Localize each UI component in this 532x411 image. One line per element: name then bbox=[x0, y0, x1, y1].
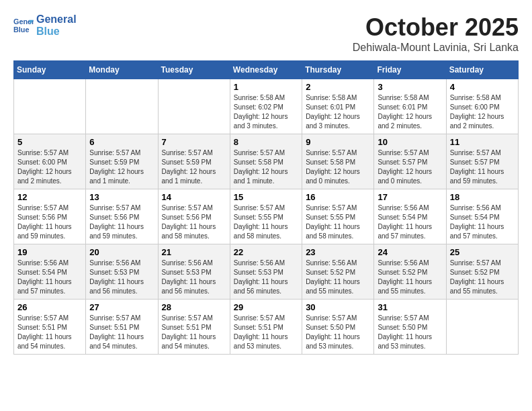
calendar-cell: 28Sunrise: 5:57 AM Sunset: 5:51 PM Dayli… bbox=[158, 300, 230, 355]
day-number: 29 bbox=[234, 302, 298, 312]
calendar-week-3: 12Sunrise: 5:57 AM Sunset: 5:56 PM Dayli… bbox=[14, 189, 519, 244]
calendar-cell: 22Sunrise: 5:56 AM Sunset: 5:53 PM Dayli… bbox=[230, 244, 302, 300]
calendar-cell: 12Sunrise: 5:57 AM Sunset: 5:56 PM Dayli… bbox=[14, 189, 86, 244]
day-number: 2 bbox=[306, 82, 370, 92]
weekday-header-row: SundayMondayTuesdayWednesdayThursdayFrid… bbox=[14, 61, 519, 79]
day-info: Sunrise: 5:57 AM Sunset: 5:55 PM Dayligh… bbox=[234, 203, 298, 241]
day-info: Sunrise: 5:57 AM Sunset: 5:56 PM Dayligh… bbox=[89, 203, 154, 241]
calendar-cell: 11Sunrise: 5:57 AM Sunset: 5:57 PM Dayli… bbox=[446, 134, 518, 189]
day-number: 19 bbox=[17, 247, 82, 257]
day-number: 27 bbox=[89, 302, 154, 312]
calendar-cell: 15Sunrise: 5:57 AM Sunset: 5:55 PM Dayli… bbox=[230, 189, 302, 244]
day-number: 20 bbox=[89, 247, 154, 257]
day-number: 6 bbox=[89, 137, 154, 147]
day-number: 1 bbox=[234, 82, 298, 92]
day-info: Sunrise: 5:57 AM Sunset: 5:59 PM Dayligh… bbox=[89, 148, 154, 186]
calendar-cell: 16Sunrise: 5:57 AM Sunset: 5:55 PM Dayli… bbox=[302, 189, 374, 244]
calendar-cell: 18Sunrise: 5:56 AM Sunset: 5:54 PM Dayli… bbox=[446, 189, 518, 244]
page-header: General Blue General Blue October 2025 D… bbox=[13, 13, 519, 54]
day-number: 17 bbox=[378, 192, 442, 202]
day-info: Sunrise: 5:57 AM Sunset: 5:56 PM Dayligh… bbox=[162, 203, 226, 241]
calendar-cell: 29Sunrise: 5:57 AM Sunset: 5:51 PM Dayli… bbox=[230, 300, 302, 355]
day-number: 11 bbox=[450, 137, 515, 147]
day-number: 12 bbox=[17, 192, 82, 202]
day-info: Sunrise: 5:57 AM Sunset: 5:51 PM Dayligh… bbox=[89, 314, 154, 351]
day-number: 31 bbox=[378, 302, 442, 312]
day-number: 8 bbox=[234, 137, 298, 147]
calendar-cell: 26Sunrise: 5:57 AM Sunset: 5:51 PM Dayli… bbox=[14, 300, 86, 355]
day-number: 5 bbox=[17, 137, 82, 147]
weekday-header-thursday: Thursday bbox=[302, 61, 374, 79]
calendar-cell: 14Sunrise: 5:57 AM Sunset: 5:56 PM Dayli… bbox=[158, 189, 230, 244]
day-info: Sunrise: 5:56 AM Sunset: 5:53 PM Dayligh… bbox=[234, 259, 298, 296]
calendar-cell: 4Sunrise: 5:58 AM Sunset: 6:00 PM Daylig… bbox=[446, 79, 518, 134]
day-number: 16 bbox=[306, 192, 370, 202]
day-number: 21 bbox=[162, 247, 226, 257]
day-info: Sunrise: 5:57 AM Sunset: 5:57 PM Dayligh… bbox=[378, 148, 442, 186]
day-info: Sunrise: 5:58 AM Sunset: 6:01 PM Dayligh… bbox=[306, 93, 370, 131]
calendar-week-5: 26Sunrise: 5:57 AM Sunset: 5:51 PM Dayli… bbox=[14, 300, 519, 355]
day-info: Sunrise: 5:57 AM Sunset: 5:58 PM Dayligh… bbox=[306, 148, 370, 186]
calendar-cell: 31Sunrise: 5:57 AM Sunset: 5:50 PM Dayli… bbox=[374, 300, 446, 355]
day-info: Sunrise: 5:58 AM Sunset: 6:00 PM Dayligh… bbox=[450, 93, 515, 131]
day-number: 25 bbox=[450, 247, 515, 257]
svg-text:Blue: Blue bbox=[13, 26, 29, 34]
day-info: Sunrise: 5:57 AM Sunset: 5:56 PM Dayligh… bbox=[17, 203, 82, 241]
day-info: Sunrise: 5:57 AM Sunset: 5:58 PM Dayligh… bbox=[234, 148, 298, 186]
weekday-header-tuesday: Tuesday bbox=[158, 61, 230, 79]
day-info: Sunrise: 5:56 AM Sunset: 5:54 PM Dayligh… bbox=[17, 259, 82, 296]
day-number: 24 bbox=[378, 247, 442, 257]
calendar-cell: 6Sunrise: 5:57 AM Sunset: 5:59 PM Daylig… bbox=[86, 134, 158, 189]
calendar-cell: 8Sunrise: 5:57 AM Sunset: 5:58 PM Daylig… bbox=[230, 134, 302, 189]
calendar-cell: 24Sunrise: 5:56 AM Sunset: 5:52 PM Dayli… bbox=[374, 244, 446, 300]
day-info: Sunrise: 5:56 AM Sunset: 5:54 PM Dayligh… bbox=[450, 203, 515, 241]
calendar-cell: 30Sunrise: 5:57 AM Sunset: 5:50 PM Dayli… bbox=[302, 300, 374, 355]
calendar-cell: 9Sunrise: 5:57 AM Sunset: 5:58 PM Daylig… bbox=[302, 134, 374, 189]
calendar-cell: 3Sunrise: 5:58 AM Sunset: 6:01 PM Daylig… bbox=[374, 79, 446, 134]
day-info: Sunrise: 5:57 AM Sunset: 5:51 PM Dayligh… bbox=[234, 314, 298, 351]
weekday-header-wednesday: Wednesday bbox=[230, 61, 302, 79]
location-title: Dehiwala-Mount Lavinia, Sri Lanka bbox=[353, 42, 519, 54]
day-info: Sunrise: 5:56 AM Sunset: 5:52 PM Dayligh… bbox=[378, 259, 442, 296]
calendar-cell: 1Sunrise: 5:58 AM Sunset: 6:02 PM Daylig… bbox=[230, 79, 302, 134]
day-info: Sunrise: 5:56 AM Sunset: 5:52 PM Dayligh… bbox=[306, 259, 370, 296]
calendar-cell: 7Sunrise: 5:57 AM Sunset: 5:59 PM Daylig… bbox=[158, 134, 230, 189]
day-info: Sunrise: 5:57 AM Sunset: 5:55 PM Dayligh… bbox=[306, 203, 370, 241]
calendar-cell: 27Sunrise: 5:57 AM Sunset: 5:51 PM Dayli… bbox=[86, 300, 158, 355]
day-number: 7 bbox=[162, 137, 226, 147]
day-number: 23 bbox=[306, 247, 370, 257]
calendar-week-2: 5Sunrise: 5:57 AM Sunset: 6:00 PM Daylig… bbox=[14, 134, 519, 189]
calendar-cell bbox=[158, 79, 230, 134]
day-number: 10 bbox=[378, 137, 442, 147]
logo-icon: General Blue bbox=[13, 15, 34, 36]
day-info: Sunrise: 5:58 AM Sunset: 6:02 PM Dayligh… bbox=[234, 93, 298, 131]
logo: General Blue General Blue bbox=[13, 13, 77, 38]
day-number: 13 bbox=[89, 192, 154, 202]
calendar-cell: 17Sunrise: 5:56 AM Sunset: 5:54 PM Dayli… bbox=[374, 189, 446, 244]
logo-line1: General bbox=[36, 13, 77, 26]
day-info: Sunrise: 5:57 AM Sunset: 5:57 PM Dayligh… bbox=[450, 148, 515, 186]
day-info: Sunrise: 5:57 AM Sunset: 5:50 PM Dayligh… bbox=[306, 314, 370, 351]
calendar-table: SundayMondayTuesdayWednesdayThursdayFrid… bbox=[13, 60, 519, 355]
day-number: 28 bbox=[162, 302, 226, 312]
weekday-header-monday: Monday bbox=[86, 61, 158, 79]
weekday-header-friday: Friday bbox=[374, 61, 446, 79]
calendar-cell: 13Sunrise: 5:57 AM Sunset: 5:56 PM Dayli… bbox=[86, 189, 158, 244]
day-info: Sunrise: 5:57 AM Sunset: 5:59 PM Dayligh… bbox=[162, 148, 226, 186]
calendar-cell bbox=[86, 79, 158, 134]
calendar-week-4: 19Sunrise: 5:56 AM Sunset: 5:54 PM Dayli… bbox=[14, 244, 519, 300]
calendar-cell bbox=[14, 79, 86, 134]
day-info: Sunrise: 5:56 AM Sunset: 5:54 PM Dayligh… bbox=[378, 203, 442, 241]
day-number: 4 bbox=[450, 82, 515, 92]
calendar-cell bbox=[446, 300, 518, 355]
calendar-cell: 23Sunrise: 5:56 AM Sunset: 5:52 PM Dayli… bbox=[302, 244, 374, 300]
day-info: Sunrise: 5:57 AM Sunset: 5:51 PM Dayligh… bbox=[162, 314, 226, 351]
weekday-header-saturday: Saturday bbox=[446, 61, 518, 79]
day-number: 30 bbox=[306, 302, 370, 312]
weekday-header-sunday: Sunday bbox=[14, 61, 86, 79]
day-info: Sunrise: 5:57 AM Sunset: 5:50 PM Dayligh… bbox=[378, 314, 442, 351]
day-number: 3 bbox=[378, 82, 442, 92]
calendar-cell: 2Sunrise: 5:58 AM Sunset: 6:01 PM Daylig… bbox=[302, 79, 374, 134]
calendar-cell: 21Sunrise: 5:56 AM Sunset: 5:53 PM Dayli… bbox=[158, 244, 230, 300]
day-info: Sunrise: 5:56 AM Sunset: 5:53 PM Dayligh… bbox=[89, 259, 154, 296]
